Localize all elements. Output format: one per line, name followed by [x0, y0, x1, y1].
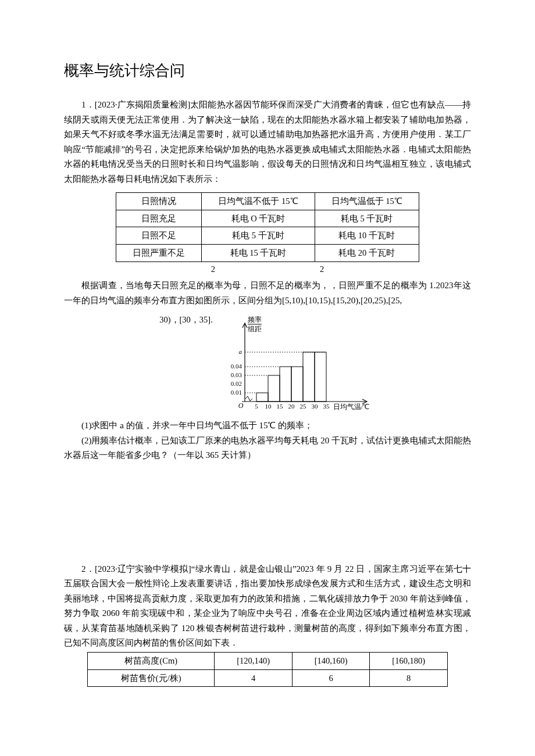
q2-lead: 2．[2023·辽宁实验中学模拟]“绿水青山，就是金山银山”2023 年 9 月… — [64, 562, 471, 651]
chart-ytick-a: a — [238, 348, 242, 355]
table-row: 日照不足 耗电 5 千瓦时 耗电 10 千瓦时 — [116, 227, 419, 245]
q1-lead: 1．[2023·广东揭阳质量检测]太阳能热水器因节能环保而深受广大消费者的青睐，… — [64, 98, 471, 187]
table-row: 树苗售价(元/株) 4 6 8 — [88, 669, 448, 687]
table-row: 日照充足 耗电 O 千瓦时 耗电 5 千瓦时 — [116, 210, 419, 227]
svg-rect-11 — [303, 352, 315, 402]
q1-t1-r3c1: 耗电 15 千瓦时 — [202, 245, 315, 262]
chart-origin: O — [238, 402, 243, 410]
chart-xtick-35: 35 — [323, 403, 330, 410]
q1-two-a: 2 — [211, 262, 215, 277]
chart-xtick-5: 5 — [255, 403, 258, 410]
q1-chart-wrap: 30)，[30，35]. — [64, 311, 471, 416]
q2-t2-h3: [160,180) — [370, 652, 448, 669]
q1-two-numbers: 2 2 — [64, 262, 471, 277]
q1-t1-r2c0: 日照不足 — [116, 227, 202, 245]
chart-xtick-10: 10 — [265, 403, 272, 410]
q1-t1-h1: 日均气温不低于 15℃ — [202, 193, 315, 210]
q1-sub2: (2)用频率估计概率，已知该工厂原来的电热水器平均每天耗电 20 千瓦时，试估计… — [64, 433, 471, 463]
svg-rect-10 — [291, 367, 303, 402]
q1-t1-r2c1: 耗电 5 千瓦时 — [202, 227, 315, 245]
q1-t1-h2: 日均气温低于 15℃ — [315, 193, 419, 210]
chart-xtick-25: 25 — [299, 403, 306, 410]
q1-chart-caption: 30)，[30，35]. — [159, 311, 213, 327]
q2-t2-h1: [120,140) — [215, 652, 293, 669]
chart-xtick-30: 30 — [311, 403, 318, 410]
q1-t1-r1c0: 日照充足 — [116, 210, 202, 227]
svg-rect-8 — [268, 375, 280, 402]
chart-xlabel: 日均气温/℃ — [333, 403, 369, 411]
q2-t2-r1c3: 8 — [370, 669, 448, 687]
chart-ylabel-bot: 组距 — [248, 325, 262, 333]
chart-xtick-15: 15 — [276, 403, 283, 410]
q1-table: 日照情况 日均气温不低于 15℃ 日均气温低于 15℃ 日照充足 耗电 O 千瓦… — [116, 192, 419, 262]
q2-table: 树苗高度(Cm) [120,140) [140,160) [160,180) 树… — [87, 652, 448, 687]
svg-rect-12 — [315, 352, 326, 402]
chart-ytick-0.02: 0.02 — [231, 380, 242, 387]
chart-ytick-0.04: 0.04 — [231, 363, 242, 370]
chart-ytick-0.01: 0.01 — [231, 389, 242, 396]
q1-t1-r3c0: 日照严重不足 — [116, 245, 202, 262]
q2-t2-r1c1: 4 — [215, 669, 293, 687]
q1-t1-r1c2: 耗电 5 千瓦时 — [315, 210, 419, 227]
chart-ytick-0.03: 0.03 — [231, 371, 242, 378]
svg-rect-7 — [256, 393, 268, 402]
q2-t2-h0: 树苗高度(Cm) — [88, 652, 215, 669]
chart-ylabel-top: 频率 — [248, 316, 262, 324]
q1-t1-h0: 日照情况 — [116, 193, 202, 210]
q2-t2-h2: [140,160) — [292, 652, 370, 669]
svg-rect-9 — [280, 367, 291, 402]
q2-t2-r1c0: 树苗售价(元/株) — [88, 669, 215, 687]
q1-t1-r1c1: 耗电 O 千瓦时 — [202, 210, 315, 227]
table-row: 树苗高度(Cm) [120,140) [140,160) [160,180) — [88, 652, 448, 669]
q1-sub1: (1)求图中 a 的值，并求一年中日均气温不低于 15℃ 的频率； — [64, 418, 471, 433]
q1-two-b: 2 — [320, 262, 324, 277]
table-row: 日照情况 日均气温不低于 15℃ 日均气温低于 15℃ — [116, 193, 419, 210]
q1-t1-r3c2: 耗电 20 千瓦时 — [315, 245, 419, 262]
chart-xtick-20: 20 — [288, 403, 295, 410]
page-title: 概率与统计综合问 — [64, 58, 471, 84]
q1-para2: 根据调查，当地每天日照充足的概率为母，日照不足的概率为，，日照严重不足的概率为 … — [64, 278, 471, 308]
histogram-chart: 0.01 0.02 0.03 0.04 a 频率 组距 O 5 10 15 20… — [213, 311, 376, 416]
table-row: 日照严重不足 耗电 15 千瓦时 耗电 20 千瓦时 — [116, 245, 419, 262]
q2-t2-r1c2: 6 — [292, 669, 370, 687]
q1-t1-r2c2: 耗电 10 千瓦时 — [315, 227, 419, 245]
